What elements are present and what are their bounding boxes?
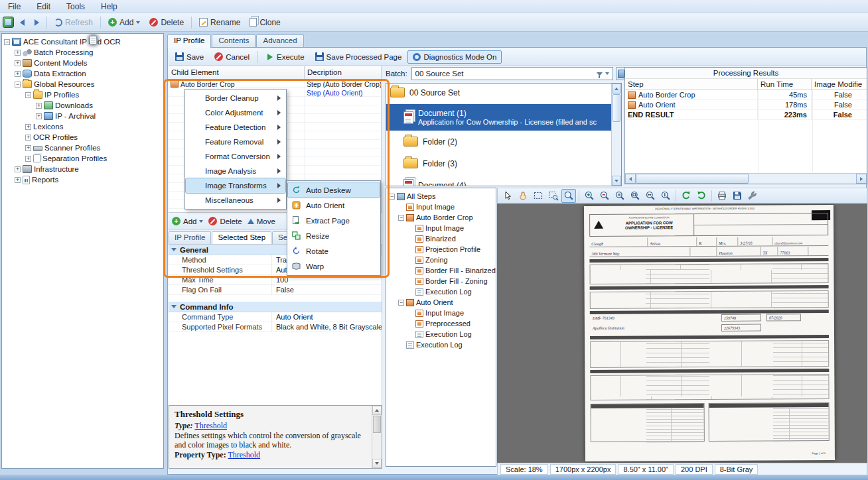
steps-item-input-image[interactable]: Input Image xyxy=(386,223,496,233)
steps-item-input-image[interactable]: Input Image xyxy=(386,202,496,212)
collapse-icon[interactable] xyxy=(25,92,31,98)
nav-item-root[interactable]: ACE Consultant IP and OCR xyxy=(2,36,163,47)
delete-step-button[interactable]: Delete xyxy=(208,217,242,225)
zoom-in-button[interactable] xyxy=(582,189,597,203)
collapse-icon[interactable] xyxy=(389,194,395,200)
expand-icon[interactable] xyxy=(15,166,21,172)
batch-item-document-4[interactable]: Document (4) xyxy=(403,179,467,186)
result-row-auto-orient[interactable]: Auto Orient 178ms False xyxy=(625,100,867,110)
batch-tree-scrollbar[interactable] xyxy=(611,84,621,186)
collapse-icon[interactable] xyxy=(398,300,404,306)
nav-item-reports[interactable]: Reports xyxy=(2,174,163,185)
menu-item-image-transforms[interactable]: Image Transforms xyxy=(186,178,285,193)
prop-tab-selected-step[interactable]: Selected Step xyxy=(212,231,271,244)
zoom-fit-width-button[interactable] xyxy=(643,189,658,203)
nav-item-batch-processing[interactable]: Batch Processing xyxy=(2,47,163,58)
filter-icon[interactable] xyxy=(597,72,603,76)
rotate-ccw-button[interactable] xyxy=(679,189,693,203)
scroll-down-button[interactable] xyxy=(372,459,382,468)
expand-icon[interactable] xyxy=(15,50,21,56)
batch-item-document-1[interactable]: Document (1)Application for Cow Ownershi… xyxy=(386,104,611,131)
rotate-cw-button[interactable] xyxy=(694,189,709,203)
menu-tools[interactable]: Tools xyxy=(58,1,93,13)
move-step-button[interactable]: Move xyxy=(248,217,275,225)
help-scrollbar[interactable] xyxy=(372,406,382,468)
batch-dropdown[interactable]: 00 Source Set xyxy=(411,67,613,80)
expand-icon[interactable] xyxy=(36,113,42,119)
menu-item-resize[interactable]: Resize xyxy=(288,228,380,243)
clone-button[interactable]: Clone xyxy=(246,16,284,29)
print-button[interactable] xyxy=(715,189,729,203)
nav-item-downloads[interactable]: Downloads xyxy=(2,100,163,111)
expand-icon[interactable] xyxy=(15,177,21,183)
property-value[interactable]: False xyxy=(272,285,382,294)
expand-icon[interactable] xyxy=(25,124,31,130)
add-step-button[interactable]: +Add xyxy=(172,217,203,225)
pointer-button[interactable] xyxy=(500,189,515,203)
nav-item-ip-profiles[interactable]: IP Profiles xyxy=(2,90,163,100)
pan-button[interactable] xyxy=(516,189,530,203)
select-region-button[interactable] xyxy=(531,189,545,203)
result-row-end-result[interactable]: END RESULT 223ms False xyxy=(625,110,867,120)
menu-edit[interactable]: Edit xyxy=(29,1,58,13)
column-header-step[interactable]: Step xyxy=(625,79,758,90)
collapse-icon[interactable] xyxy=(398,215,404,221)
menu-file[interactable]: File xyxy=(0,1,29,13)
scroll-down-button[interactable] xyxy=(612,176,621,186)
zoom-region-button[interactable] xyxy=(546,189,561,203)
expand-icon[interactable] xyxy=(36,103,42,109)
menu-item-extract-page[interactable]: Extract Page xyxy=(288,213,380,228)
steps-item-input-image[interactable]: Input Image xyxy=(386,308,496,318)
menu-item-miscellaneous[interactable]: Miscellaneous xyxy=(186,193,285,208)
collapse-icon[interactable] xyxy=(15,82,21,88)
menu-item-image-analysis[interactable]: Image Analysis xyxy=(186,164,285,178)
steps-item-border-fill-binarized[interactable]: Border Fill - Binarized xyxy=(386,265,496,276)
property-value[interactable]: 100 xyxy=(272,275,382,284)
scroll-up-button[interactable] xyxy=(372,406,382,415)
nav-item-scanner-profiles[interactable]: Scanner Profiles xyxy=(2,143,163,153)
steps-item-execution-log[interactable]: Execution Log xyxy=(386,339,496,350)
rename-button[interactable]: Rename xyxy=(195,16,244,29)
steps-item-auto-orient[interactable]: Auto Orient xyxy=(386,297,496,308)
menu-item-warp[interactable]: Warp xyxy=(288,259,380,274)
forward-button[interactable] xyxy=(30,16,43,29)
zoom-actual-button[interactable] xyxy=(613,189,627,203)
scroll-right-button[interactable] xyxy=(856,174,867,184)
scroll-left-button[interactable] xyxy=(625,174,636,184)
tab-advanced[interactable]: Advanced xyxy=(256,34,303,47)
batch-item-source-set[interactable]: 00 Source Set xyxy=(390,88,460,97)
menu-item-feature-detection[interactable]: Feature Detection xyxy=(186,120,285,135)
property-value[interactable]: Auto Orient xyxy=(272,312,382,322)
menu-item-format-conversion[interactable]: Format Conversion xyxy=(186,149,285,164)
menu-item-auto-orient[interactable]: Auto Orient xyxy=(288,198,380,213)
viewer-settings-button[interactable] xyxy=(745,189,760,203)
batch-item-folder-2[interactable]: Folder (2) xyxy=(403,137,457,147)
help-property-type-link[interactable]: Threshold xyxy=(228,450,260,459)
nav-item-data-extraction[interactable]: Data Extraction xyxy=(2,68,163,79)
menu-item-color-adjustment[interactable]: Color Adjustment xyxy=(186,105,285,120)
add-button[interactable]: +Add xyxy=(104,16,144,29)
result-row-auto-border-crop[interactable]: Auto Border Crop 45ms False xyxy=(625,90,867,100)
menu-help[interactable]: Help xyxy=(93,1,125,13)
steps-item-projection-profile[interactable]: Projection Profile xyxy=(386,244,496,255)
steps-item-execution-log[interactable]: Execution Log xyxy=(386,329,496,339)
scrollbar-thumb[interactable] xyxy=(636,174,749,184)
expand-icon[interactable] xyxy=(15,71,21,77)
column-header-image-modified[interactable]: Image Modifie xyxy=(812,79,867,90)
menu-item-rotate[interactable]: Rotate xyxy=(288,243,380,259)
property-row-max-time[interactable]: Max Time100 xyxy=(169,275,382,285)
batch-item-folder-3[interactable]: Folder (3) xyxy=(403,158,457,168)
expand-icon[interactable] xyxy=(15,60,21,66)
nav-item-content-models[interactable]: Content Models xyxy=(2,58,163,68)
steps-item-border-fill-zoning[interactable]: Border Fill - Zoning xyxy=(386,276,496,286)
property-row-command-type[interactable]: Command TypeAuto Orient xyxy=(169,312,382,322)
column-header-description[interactable]: Decription xyxy=(305,66,381,79)
collapse-icon[interactable] xyxy=(4,39,10,45)
property-row-supported-pixel-formats[interactable]: Supported Pixel FormatsBlack and White, … xyxy=(169,322,382,332)
save-button[interactable]: Save xyxy=(171,50,208,63)
tab-contents[interactable]: Contents xyxy=(212,34,255,47)
diagnostics-mode-toggle[interactable]: Diagnostics Mode On xyxy=(407,50,502,64)
child-element-row[interactable]: Auto Border Crop xyxy=(169,80,235,88)
delete-button[interactable]: Delete xyxy=(145,16,188,29)
help-type-link[interactable]: Threshold xyxy=(194,421,227,430)
